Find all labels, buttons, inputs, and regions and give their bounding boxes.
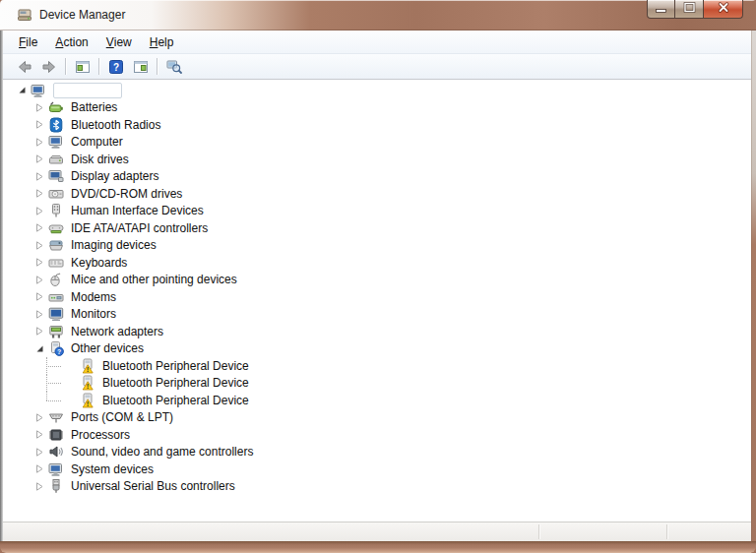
back-button[interactable]: [12, 56, 36, 78]
tree-item-label[interactable]: IDE ATA/ATAPI controllers: [69, 221, 210, 235]
tree-item-network-adapters[interactable]: Network adapters: [3, 323, 751, 340]
expander-expanded-icon[interactable]: [18, 86, 27, 94]
tree-item-mice-and-other-pointing-devices[interactable]: Mice and other pointing devices: [3, 272, 751, 289]
help-button[interactable]: ?: [103, 56, 128, 78]
tree-item-bluetooth-peripheral-device[interactable]: !Bluetooth Peripheral Device: [3, 357, 751, 375]
menu-item-action[interactable]: Action: [46, 31, 96, 53]
tree-root-computer[interactable]: [3, 82, 751, 99]
port-icon: [48, 409, 64, 425]
dvd-drive-icon: [48, 186, 64, 202]
tree-item-label[interactable]: Human Interface Devices: [69, 204, 206, 217]
imaging-device-icon: [48, 237, 64, 253]
expander-collapsed-icon[interactable]: [35, 120, 44, 129]
tree-item-label[interactable]: Mice and other pointing devices: [69, 273, 239, 286]
tree-item-label[interactable]: Other devices: [69, 341, 146, 355]
expander-collapsed-icon[interactable]: [35, 207, 44, 215]
expander-collapsed-icon[interactable]: [35, 258, 44, 267]
device-manager-icon: [17, 7, 32, 23]
expander-expanded-icon[interactable]: [35, 344, 44, 353]
expander-collapsed-icon[interactable]: [35, 223, 44, 232]
tree-item-label[interactable]: Disk drives: [69, 153, 131, 166]
tree-item-batteries[interactable]: Batteries: [3, 99, 751, 117]
tree-item-label[interactable]: Batteries: [69, 100, 119, 114]
tree-item-display-adapters[interactable]: Display adapters: [3, 168, 751, 186]
tree-item-label[interactable]: Bluetooth Peripheral Device: [100, 359, 251, 373]
tree-item-sound-video-and-game-controllers[interactable]: Sound, video and game controllers: [3, 444, 751, 461]
tree-item-bluetooth-peripheral-device[interactable]: !Bluetooth Peripheral Device: [3, 392, 751, 409]
tree-item-imaging-devices[interactable]: Imaging devices: [3, 237, 751, 255]
tree-item-label[interactable]: Ports (COM & LPT): [69, 410, 175, 424]
show-console-tree-button[interactable]: [70, 56, 94, 78]
minimize-button[interactable]: [647, 0, 675, 19]
tree-item-label[interactable]: Bluetooth Peripheral Device: [100, 394, 251, 407]
expander-collapsed-icon[interactable]: [35, 464, 44, 473]
tree-item-ports-com-lpt[interactable]: Ports (COM & LPT): [3, 409, 751, 427]
tree-item-label[interactable]: Sound, video and game controllers: [69, 445, 255, 459]
computer-icon: [48, 134, 64, 150]
tree-item-label[interactable]: Modems: [69, 290, 118, 304]
tree-item-label[interactable]: DVD/CD-ROM drives: [69, 187, 184, 201]
expander-collapsed-icon[interactable]: [35, 413, 44, 422]
close-button[interactable]: [703, 0, 743, 19]
back-arrow-icon: [17, 59, 32, 75]
tree-item-label[interactable]: Imaging devices: [69, 238, 158, 252]
show-action-pane-button[interactable]: [128, 56, 153, 78]
svg-text:!: !: [87, 383, 89, 390]
tree-item-label[interactable]: Universal Serial Bus controllers: [69, 479, 237, 493]
tree-item-label[interactable]: Keyboards: [69, 256, 129, 270]
tree-item-ide-ata-atapi-controllers[interactable]: IDE ATA/ATAPI controllers: [3, 219, 751, 237]
modem-icon: [48, 289, 64, 305]
expander-collapsed-icon[interactable]: [35, 292, 44, 301]
tree-item-bluetooth-peripheral-device[interactable]: !Bluetooth Peripheral Device: [3, 375, 751, 393]
expander-collapsed-icon[interactable]: [35, 189, 44, 198]
forward-button[interactable]: [36, 56, 61, 78]
keyboard-icon: [48, 255, 64, 271]
tree-item-label[interactable]: Bluetooth Peripheral Device: [100, 376, 251, 390]
mouse-icon: [48, 272, 64, 287]
expander-collapsed-icon[interactable]: [35, 448, 44, 457]
tree-item-universal-serial-bus-controllers[interactable]: Universal Serial Bus controllers: [3, 478, 751, 496]
computer-name-redacted[interactable]: [53, 83, 122, 98]
menu-item-file[interactable]: File: [10, 31, 46, 53]
expander-collapsed-icon[interactable]: [35, 276, 44, 284]
tree-item-label[interactable]: Monitors: [69, 307, 118, 321]
tree-item-modems[interactable]: Modems: [3, 288, 751, 306]
menu-item-view[interactable]: View: [97, 31, 141, 53]
expander-collapsed-icon[interactable]: [35, 241, 44, 250]
window-title: Device Manager: [39, 0, 125, 30]
expander-collapsed-icon[interactable]: [35, 138, 44, 147]
scan-for-hardware-changes-button[interactable]: [161, 56, 186, 78]
tree-item-other-devices[interactable]: ?Other devices: [3, 340, 751, 358]
tree-item-human-interface-devices[interactable]: Human Interface Devices: [3, 203, 751, 220]
expander-collapsed-icon[interactable]: [35, 103, 44, 112]
tree-item-computer[interactable]: Computer: [3, 134, 751, 152]
tree-item-label[interactable]: Computer: [69, 135, 125, 149]
menu-item-help[interactable]: Help: [141, 31, 183, 53]
tree-item-dvd-cd-rom-drives[interactable]: DVD/CD-ROM drives: [3, 185, 751, 203]
tree-item-keyboards[interactable]: Keyboards: [3, 254, 751, 272]
tree-item-system-devices[interactable]: System devices: [3, 461, 751, 478]
tree-item-label[interactable]: Processors: [69, 428, 132, 442]
tree-item-disk-drives[interactable]: Disk drives: [3, 151, 751, 168]
bluetooth-icon: [48, 117, 64, 133]
tree-item-label[interactable]: Network adapters: [69, 325, 165, 338]
expander-collapsed-icon[interactable]: [35, 172, 44, 181]
scan-hardware-icon: [166, 59, 182, 75]
tree-item-label[interactable]: System devices: [69, 462, 156, 476]
tree-item-label[interactable]: Bluetooth Radios: [69, 118, 162, 132]
tree-item-bluetooth-radios[interactable]: Bluetooth Radios: [3, 116, 751, 134]
tree-item-processors[interactable]: Processors: [3, 426, 751, 444]
expander-collapsed-icon[interactable]: [35, 482, 44, 491]
maximize-button[interactable]: [675, 0, 703, 19]
expander-collapsed-icon[interactable]: [35, 154, 44, 163]
disk-drive-icon: [48, 152, 64, 167]
expander-collapsed-icon[interactable]: [35, 327, 44, 336]
window-border-right: [751, 31, 756, 541]
expander-collapsed-icon[interactable]: [35, 430, 44, 439]
tree-item-monitors[interactable]: Monitors: [3, 306, 751, 324]
warning-device-icon: !: [80, 358, 95, 374]
console-pane: BatteriesBluetooth RadiosComputerDisk dr…: [3, 80, 751, 522]
tree-item-label[interactable]: Display adapters: [69, 169, 160, 183]
expander-collapsed-icon[interactable]: [35, 310, 44, 319]
warning-device-icon: !: [80, 375, 95, 391]
